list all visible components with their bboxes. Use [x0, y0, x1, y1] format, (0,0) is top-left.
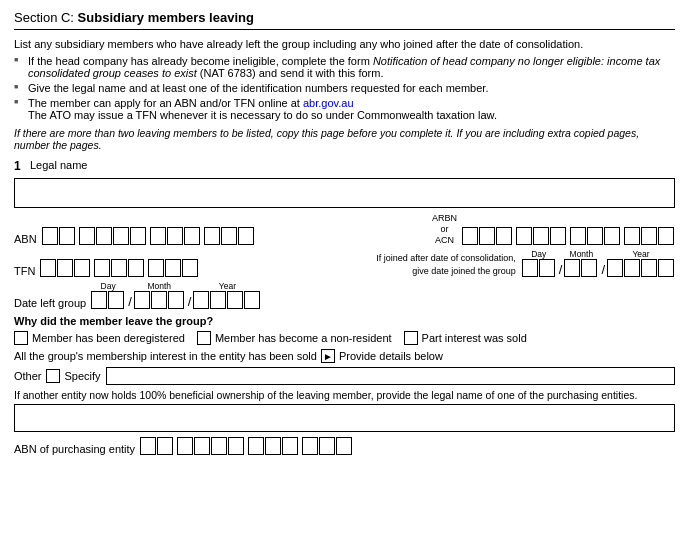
other-row: Other Specify: [14, 367, 675, 385]
deregistered-checkbox[interactable]: [14, 331, 28, 345]
arbn-cell[interactable]: [658, 227, 674, 245]
purchasing-entity-name-input[interactable]: [14, 404, 675, 432]
arbn-cell[interactable]: [516, 227, 532, 245]
left-year-cell[interactable]: [227, 291, 243, 309]
joined-label: If joined after date of consolidation, g…: [376, 252, 516, 277]
abn-cell[interactable]: [221, 227, 237, 245]
tfn-cell[interactable]: [74, 259, 90, 277]
abn-cell[interactable]: [184, 227, 200, 245]
bullet-list: If the head company has already become i…: [14, 55, 675, 121]
non-resident-checkbox[interactable]: [197, 331, 211, 345]
abn-pur-cell[interactable]: [248, 437, 264, 455]
left-month-label: Month: [147, 281, 171, 291]
abn-pur-cell[interactable]: [228, 437, 244, 455]
specify-input[interactable]: [106, 367, 675, 385]
left-day-cell[interactable]: [91, 291, 107, 309]
intro-text: List any subsidiary members who have alr…: [14, 38, 675, 50]
slash: /: [128, 294, 132, 309]
bullet-item-2: Give the legal name and at least one of …: [14, 82, 675, 94]
left-year-cell[interactable]: [244, 291, 260, 309]
arbn-cell[interactable]: [604, 227, 620, 245]
tfn-cells-group2: [94, 259, 145, 277]
arbn-cell[interactable]: [587, 227, 603, 245]
tfn-cell[interactable]: [94, 259, 110, 277]
date-left-row: Date left group Day / Month / Year: [14, 281, 675, 309]
tfn-cell[interactable]: [40, 259, 56, 277]
day-cell[interactable]: [522, 259, 538, 277]
abn-pur-cell[interactable]: [194, 437, 210, 455]
left-month-cell[interactable]: [151, 291, 167, 309]
tfn-cell[interactable]: [182, 259, 198, 277]
abn-pur-cell[interactable]: [302, 437, 318, 455]
day-cell[interactable]: [539, 259, 555, 277]
year-cell[interactable]: [624, 259, 640, 277]
provide-arrow[interactable]: ►: [321, 349, 335, 363]
abn-pur-cell[interactable]: [211, 437, 227, 455]
year-col-label: Year: [632, 249, 649, 259]
abr-link[interactable]: abr.gov.au: [303, 97, 354, 109]
deregistered-item: Member has been deregistered: [14, 331, 185, 345]
other-checkbox[interactable]: [46, 369, 60, 383]
abn-cell[interactable]: [204, 227, 220, 245]
year-cell[interactable]: [641, 259, 657, 277]
abn-cell[interactable]: [238, 227, 254, 245]
month-cell[interactable]: [581, 259, 597, 277]
abn-row: ABN ARBN or ACN: [14, 213, 675, 245]
left-year-label: Year: [219, 281, 236, 291]
arbn-cell[interactable]: [533, 227, 549, 245]
provide-details-label: Provide details below: [339, 350, 443, 362]
abn-cell[interactable]: [79, 227, 95, 245]
year-cell[interactable]: [607, 259, 623, 277]
tfn-cell[interactable]: [111, 259, 127, 277]
abn-pur-group4: [302, 437, 353, 455]
arbn-cell[interactable]: [624, 227, 640, 245]
abn-pur-cell[interactable]: [282, 437, 298, 455]
abn-pur-cell[interactable]: [157, 437, 173, 455]
part-interest-checkbox[interactable]: [404, 331, 418, 345]
arbn-cell[interactable]: [641, 227, 657, 245]
checkbox-row-1: Member has been deregistered Member has …: [14, 331, 675, 345]
tfn-label: TFN: [14, 265, 35, 277]
slash: /: [601, 262, 605, 277]
arbn-cell[interactable]: [462, 227, 478, 245]
abn-cell[interactable]: [150, 227, 166, 245]
all-interest-label: All the group's membership interest in t…: [14, 350, 317, 362]
day-col: Day: [522, 249, 556, 277]
abn-cell[interactable]: [96, 227, 112, 245]
month-cell[interactable]: [564, 259, 580, 277]
arbn-cell[interactable]: [496, 227, 512, 245]
tfn-cell[interactable]: [148, 259, 164, 277]
abn-cell[interactable]: [59, 227, 75, 245]
abn-cell[interactable]: [167, 227, 183, 245]
year-cell[interactable]: [658, 259, 674, 277]
left-month-cell[interactable]: [134, 291, 150, 309]
left-year-cell[interactable]: [210, 291, 226, 309]
abn-cell[interactable]: [130, 227, 146, 245]
arbn-cell[interactable]: [550, 227, 566, 245]
arbn-label: ARBN or ACN: [432, 213, 457, 245]
abn-pur-cell[interactable]: [177, 437, 193, 455]
deregistered-label: Member has been deregistered: [32, 332, 185, 344]
abn-pur-cell[interactable]: [319, 437, 335, 455]
abn-purchasing-label: ABN of purchasing entity: [14, 443, 135, 455]
tfn-date-joined-row: TFN If joined after date of consolidatio…: [14, 249, 675, 277]
abn-pur-cell[interactable]: [336, 437, 352, 455]
tfn-cell[interactable]: [57, 259, 73, 277]
legal-name-input[interactable]: [14, 178, 675, 208]
bullet-item-3: The member can apply for an ABN and/or T…: [14, 97, 675, 121]
left-month-cell[interactable]: [168, 291, 184, 309]
abn-pur-cell[interactable]: [265, 437, 281, 455]
abn-pur-cell[interactable]: [140, 437, 156, 455]
slash: /: [188, 294, 192, 309]
left-year-cell[interactable]: [193, 291, 209, 309]
tfn-cell[interactable]: [128, 259, 144, 277]
abn-cell[interactable]: [42, 227, 58, 245]
form-section: 1 Legal name ABN: [14, 159, 675, 455]
arbn-cell[interactable]: [479, 227, 495, 245]
abn-cell[interactable]: [113, 227, 129, 245]
day-cells: [522, 259, 556, 277]
left-day-cell[interactable]: [108, 291, 124, 309]
section-header: Section C: Subsidiary members leaving: [14, 10, 675, 30]
arbn-cell[interactable]: [570, 227, 586, 245]
tfn-cell[interactable]: [165, 259, 181, 277]
